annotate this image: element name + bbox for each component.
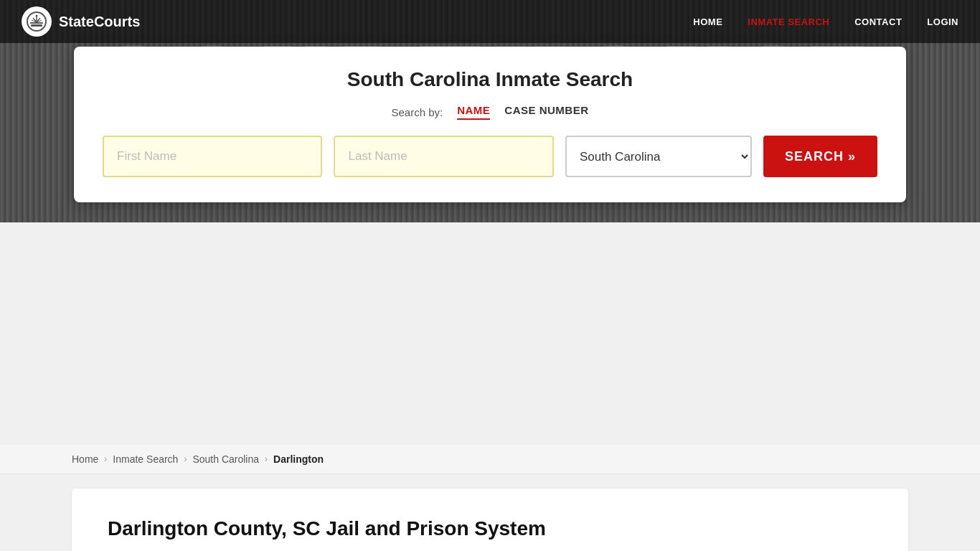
last-name-input[interactable] — [334, 136, 553, 177]
nav-inmate-search[interactable]: INMATE SEARCH — [748, 17, 829, 27]
nav-links: HOME INMATE SEARCH CONTACT LOGIN — [693, 17, 958, 27]
state-select[interactable]: South Carolina Alabama Alaska Arizona Ar… — [565, 136, 752, 177]
search-by-label: Search by: — [391, 106, 443, 118]
logo-icon — [22, 6, 52, 37]
search-by-row: Search by: NAME CASE NUMBER — [103, 104, 877, 120]
tab-case-number[interactable]: CASE NUMBER — [504, 104, 588, 120]
main-content: Darlington County, SC Jail and Prison Sy… — [72, 489, 908, 551]
breadcrumb-state[interactable]: South Carolina — [192, 453, 259, 465]
svg-point-8 — [36, 15, 38, 17]
breadcrumb: Home › Inmate Search › South Carolina › … — [0, 445, 980, 474]
logo-area[interactable]: StateCourts — [22, 6, 140, 37]
nav-login[interactable]: LOGIN — [927, 17, 958, 27]
breadcrumb-sep-3: › — [265, 454, 268, 464]
search-button[interactable]: SEARCH » — [763, 136, 877, 177]
svg-rect-2 — [30, 22, 43, 24]
breadcrumb-current: Darlington — [273, 453, 324, 465]
search-card: South Carolina Inmate Search Search by: … — [74, 47, 906, 202]
navbar: StateCourts HOME INMATE SEARCH CONTACT L… — [0, 0, 980, 43]
tab-name[interactable]: NAME — [457, 104, 490, 120]
logo-text: StateCourts — [59, 14, 140, 30]
search-inputs-row: South Carolina Alabama Alaska Arizona Ar… — [103, 136, 877, 177]
breadcrumb-home[interactable]: Home — [72, 453, 98, 465]
header: COURTHOUSE StateCourts HOME I — [0, 0, 980, 222]
county-title: Darlington County, SC Jail and Prison Sy… — [108, 517, 872, 540]
nav-home[interactable]: HOME — [693, 17, 722, 27]
breadcrumb-sep-2: › — [184, 454, 187, 464]
nav-contact[interactable]: CONTACT — [854, 17, 902, 27]
first-name-input[interactable] — [103, 136, 322, 177]
svg-rect-1 — [31, 24, 42, 27]
breadcrumb-inmate-search[interactable]: Inmate Search — [113, 453, 178, 465]
search-card-title: South Carolina Inmate Search — [103, 68, 877, 91]
breadcrumb-sep-1: › — [104, 454, 107, 464]
